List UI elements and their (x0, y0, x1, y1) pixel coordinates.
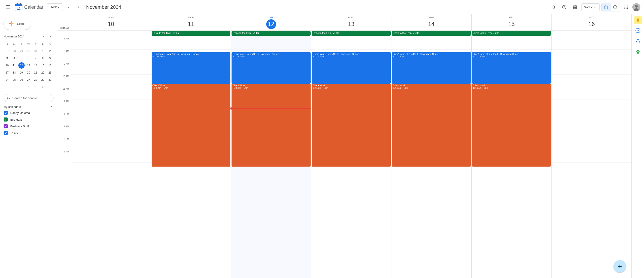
mini-cal-day[interactable]: 30 (25, 48, 32, 55)
mini-cal-day[interactable]: 23 (46, 69, 54, 76)
svg-point-17 (626, 6, 626, 6)
next-arrow-button[interactable]: › (74, 3, 83, 11)
mini-cal-day[interactable]: 28 (11, 48, 18, 55)
mini-cal-day[interactable]: 5 (32, 83, 39, 91)
tasks-sidebar-icon (635, 28, 641, 33)
day-header-wed[interactable]: WED 13 (311, 14, 391, 31)
mini-cal-next-button[interactable]: › (47, 33, 54, 40)
time-1pm: 1 PM (57, 112, 71, 125)
tasks-sidebar-button[interactable] (634, 26, 642, 35)
prev-arrow-button[interactable]: ‹ (65, 3, 73, 11)
mini-cal-day[interactable]: 26 (18, 76, 25, 83)
mini-cal-day[interactable]: 3 (18, 83, 25, 91)
help-icon (562, 5, 566, 10)
event-client-work-tue[interactable]: Client Work 10:30am – 5pm (232, 84, 310, 167)
mini-cal-day[interactable]: 1 (39, 48, 46, 55)
search-button[interactable] (549, 3, 558, 12)
apps-button[interactable] (622, 3, 630, 12)
mini-cal-day[interactable]: 13 (25, 62, 32, 69)
mini-cal-day[interactable]: 4 (11, 55, 18, 62)
calendar-item-danny[interactable]: Danny Maiorca (0, 109, 55, 116)
mini-cal-day[interactable]: 27 (4, 48, 11, 55)
mini-cal-day[interactable]: 6 (25, 55, 32, 62)
mini-cal-day[interactable]: 17 (4, 69, 11, 76)
day-header-thu[interactable]: THU 14 (391, 14, 471, 31)
days-grid: Cycle to the Gym, 7:30a Gym/Come Home/Go… (71, 31, 632, 278)
settings-button[interactable] (570, 3, 580, 12)
my-calendars-header[interactable]: My calendars (0, 104, 57, 109)
mini-cal-prev-button[interactable]: ‹ (40, 33, 47, 40)
mini-cal-day[interactable]: 2 (11, 83, 18, 91)
help-button[interactable] (560, 3, 569, 12)
mini-cal-day[interactable]: 2 (46, 48, 54, 55)
day-header-sun[interactable]: SUN 10 (71, 14, 151, 31)
event-gym-home-wed[interactable]: Gym/Come Home/Go to Coworking Space 8 – … (312, 52, 391, 84)
event-gym-home-thu[interactable]: Gym/Come Home/Go to Coworking Space 8 – … (392, 52, 471, 84)
mini-cal-day[interactable]: 11 (11, 62, 18, 69)
view-selector-button[interactable]: Week (581, 3, 600, 11)
event-cycle-gym-wed[interactable]: Cycle to the Gym, 7:30a (312, 31, 391, 36)
event-gym-home-mon[interactable]: Gym/Come Home/Go to Coworking Space 8 – … (152, 52, 231, 84)
menu-button[interactable] (4, 3, 12, 12)
mini-cal-day[interactable]: 8 (39, 55, 46, 62)
mini-cal-day[interactable]: 29 (18, 48, 25, 55)
tasks-view-button[interactable] (611, 3, 620, 11)
today-button[interactable]: Today (47, 3, 63, 11)
maps-sidebar-button[interactable] (634, 48, 642, 57)
event-client-work-thu[interactable]: Client Work 10:30am – 5pm (392, 84, 471, 167)
mini-cal-day[interactable]: 22 (39, 69, 46, 76)
mini-cal-day[interactable]: 12 (18, 62, 25, 69)
mini-cal-day[interactable]: 3 (4, 55, 11, 62)
mini-cal-day[interactable]: 30 (46, 76, 54, 83)
mini-cal-day[interactable]: 29 (39, 76, 46, 83)
event-gym-home-fri[interactable]: Gym/Come Home/Go to Coworking Space 8 – … (472, 52, 551, 84)
event-gym-home-tue[interactable]: Gym/Come Home/Go to Coworking Space 8 – … (232, 52, 310, 84)
day-header-sat[interactable]: SAT 16 (551, 14, 632, 31)
event-cycle-gym-tue[interactable]: Cycle to the Gym, 7:30a (232, 31, 310, 36)
mini-cal-day[interactable]: 6 (39, 83, 46, 91)
mini-cal-day[interactable]: 14 (32, 62, 39, 69)
user-avatar[interactable] (632, 3, 640, 11)
calendar-item-tasks[interactable]: Tasks (0, 130, 55, 136)
day-header-mon[interactable]: MON 11 (151, 14, 231, 31)
mini-cal-day[interactable]: 4 (25, 83, 32, 91)
day-header-tue[interactable]: TUE 12 (231, 14, 311, 31)
mini-cal-day[interactable]: 16 (46, 62, 54, 69)
search-people-input[interactable]: Search for people (4, 94, 54, 102)
mini-cal-day[interactable]: 7 (46, 83, 54, 91)
my-calendars-title: My calendars (4, 105, 21, 109)
mini-cal-day[interactable]: 7 (32, 55, 39, 62)
event-client-work-fri[interactable]: Client Work 10:30am – 5pm (472, 84, 551, 167)
day-header-fri[interactable]: FRI 15 (471, 14, 552, 31)
calendar-view-button[interactable] (602, 3, 611, 11)
calendar-checkbox-business (4, 124, 8, 128)
event-cycle-gym-thu[interactable]: Cycle to the Gym, 7:30a (392, 31, 471, 36)
event-client-work-mon[interactable]: Client Work 10:30am – 5pm (152, 84, 231, 167)
mini-cal-day[interactable]: 27 (25, 76, 32, 83)
mini-cal-day[interactable]: 1 (4, 83, 11, 91)
contacts-sidebar-button[interactable] (634, 37, 642, 46)
grid-body: 7 AM 8 AM 9 AM 10 AM 11 AM 12 PM 1 PM 2 … (57, 31, 632, 278)
mini-cal-day[interactable]: 5 (18, 55, 25, 62)
calendar-item-business[interactable]: Business Stuff (0, 123, 55, 130)
logo-area: 12 Calendar (14, 3, 43, 12)
mini-cal-day[interactable]: 31 (32, 48, 39, 55)
mini-cal-day[interactable]: 9 (46, 55, 54, 62)
mini-cal-day[interactable]: 24 (4, 76, 11, 83)
event-cycle-gym-mon[interactable]: Cycle to the Gym, 7:30a (152, 31, 231, 36)
keep-button[interactable] (634, 16, 642, 24)
mini-cal-day[interactable]: 15 (39, 62, 46, 69)
time-12pm: 12 PM (57, 100, 71, 112)
event-client-work-wed[interactable]: Client Work 10:30am – 5pm (312, 84, 391, 167)
create-button[interactable]: Create (4, 18, 31, 30)
mini-cal-day[interactable]: 18 (11, 69, 18, 76)
mini-cal-day[interactable]: 21 (32, 69, 39, 76)
calendar-item-birthdays[interactable]: Birthdays (0, 116, 55, 123)
mini-cal-day[interactable]: 25 (11, 76, 18, 83)
mini-cal-day[interactable]: 20 (25, 69, 32, 76)
mini-cal-day[interactable]: 19 (18, 69, 25, 76)
mini-cal-day[interactable]: 10 (4, 62, 11, 69)
mini-cal-day[interactable]: 28 (32, 76, 39, 83)
event-cycle-gym-fri[interactable]: Cycle to the Gym, 7:30a (472, 31, 551, 36)
add-event-button[interactable] (614, 260, 626, 272)
